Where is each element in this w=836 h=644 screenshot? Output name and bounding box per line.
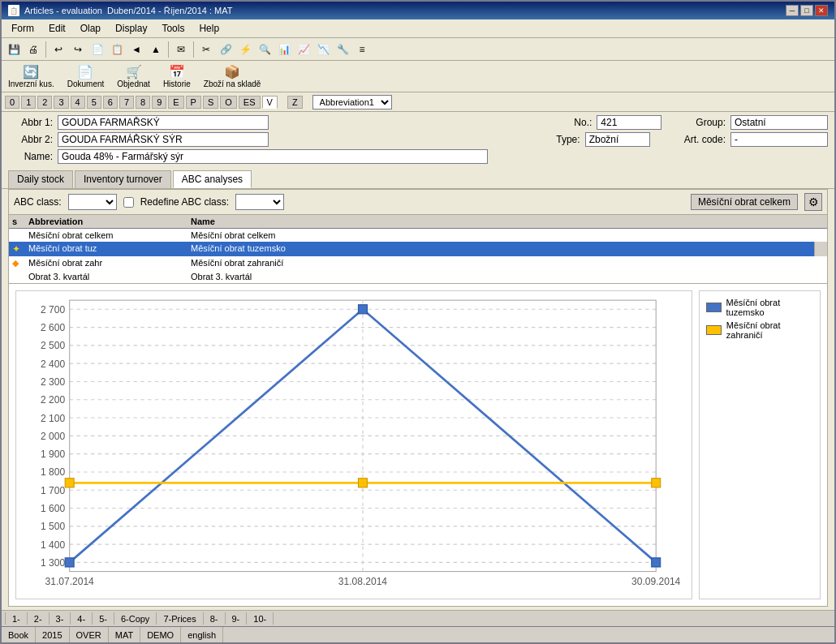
mesicni-button[interactable]: Měsíční obrat celkem [691, 194, 798, 210]
form-row-3: Name: [8, 149, 828, 164]
toolbar-redo[interactable]: ↪ [69, 41, 87, 58]
menu-tools[interactable]: Tools [155, 21, 191, 36]
num-tab-8[interactable]: 8 [136, 96, 150, 109]
toolbar2-objednat[interactable]: 🛒 Objednat [114, 62, 153, 90]
status-tab-6-copy[interactable]: 6-Copy [114, 612, 157, 625]
toolbar-nav1[interactable]: ◄ [127, 41, 145, 58]
abbr2-input[interactable] [58, 132, 269, 147]
legend-item-blue: Měsíční obrat tuzemsko [706, 298, 813, 317]
status-tab-4[interactable]: 4- [71, 612, 93, 625]
tab-abc-analyses[interactable]: ABC analyses [173, 170, 252, 188]
name-label: Name: [8, 151, 53, 162]
no-input[interactable] [597, 115, 661, 130]
artcode-input[interactable] [730, 132, 828, 147]
gear-button[interactable]: ⚙ [804, 193, 822, 211]
type-input[interactable] [585, 132, 650, 147]
group-input[interactable] [730, 115, 828, 130]
row-2-name: Měsíční obrat tuzemsko [191, 243, 811, 255]
row-1-s [12, 230, 28, 240]
toolbar-btn-7[interactable]: 📈 [295, 41, 312, 58]
num-tab-E[interactable]: E [168, 96, 183, 109]
num-tab-3[interactable]: 3 [54, 96, 68, 109]
toolbar-btn-4[interactable]: ✂ [197, 41, 215, 58]
maximize-button[interactable]: □ [800, 5, 813, 16]
redefine-dropdown[interactable] [235, 194, 284, 210]
num-tab-ES[interactable]: ES [239, 96, 261, 109]
toolbar-btn-5[interactable]: 🔗 [217, 41, 235, 58]
legend-orange-color [706, 325, 722, 335]
menu-display[interactable]: Display [109, 21, 153, 36]
toolbar-btn-3[interactable]: ✉ [172, 41, 190, 58]
menu-help[interactable]: Help [192, 21, 226, 36]
toolbar-filter[interactable]: ⚡ [236, 41, 254, 58]
num-tab-P[interactable]: P [186, 96, 201, 109]
menu-olap[interactable]: Olap [74, 21, 107, 36]
status-tab-10[interactable]: 10- [247, 612, 274, 625]
status-tab-3[interactable]: 3- [50, 612, 71, 625]
svg-text:1 600: 1 600 [41, 503, 65, 514]
svg-text:2 000: 2 000 [41, 431, 65, 442]
num-tab-Z[interactable]: Z [287, 96, 303, 109]
chart-svg: 2 700 2 600 2 500 2 400 2 300 2 200 2 10… [16, 291, 692, 599]
toolbar-btn-6[interactable]: 📊 [275, 41, 293, 58]
table-row-2[interactable]: ✦ Měsíční obrat tuz Měsíční obrat tuzems… [9, 242, 814, 256]
num-tab-V[interactable]: V [262, 96, 278, 109]
name-input[interactable] [58, 149, 488, 164]
toolbar-nav2[interactable]: ▲ [147, 41, 165, 58]
num-tab-S[interactable]: S [203, 96, 218, 109]
row-4-s [12, 272, 28, 281]
status-tab-7-prices[interactable]: 7-Prices [157, 612, 203, 625]
abbr1-input[interactable] [58, 115, 269, 130]
toolbar-copy[interactable]: 📋 [108, 41, 126, 58]
close-button[interactable]: ✕ [815, 5, 828, 16]
svg-text:1 700: 1 700 [41, 485, 65, 496]
objednat-icon: 🛒 [126, 64, 142, 79]
num-tab-O[interactable]: O [220, 96, 237, 109]
status-tab-9[interactable]: 9- [226, 612, 248, 625]
tab-daily-stock[interactable]: Daily stock [8, 170, 73, 188]
status-tab-2[interactable]: 2- [28, 612, 50, 625]
status-tab-8[interactable]: 8- [204, 612, 226, 625]
toolbar-btn-2[interactable]: 🖨 [24, 41, 42, 58]
menu-edit[interactable]: Edit [42, 21, 72, 36]
abbr-dropdown[interactable]: Abbreviation1 [312, 95, 392, 109]
main-window: 📋 Articles - evaluation Duben/2014 - Říj… [0, 0, 836, 644]
window-subtitle: Duben/2014 - Říjen/2014 : MAT [107, 6, 233, 15]
toolbar-btn-9[interactable]: 🔧 [334, 41, 351, 58]
toolbar-new[interactable]: 📄 [88, 41, 106, 58]
toolbar-search[interactable]: 🔍 [256, 41, 274, 58]
title-bar-left: 📋 Articles - evaluation Duben/2014 - Říj… [8, 5, 233, 16]
num-tab-2[interactable]: 2 [37, 96, 52, 109]
abc-class-dropdown[interactable] [68, 194, 117, 210]
content-tabs: Daily stock Inventory turnover ABC analy… [2, 167, 834, 189]
tab-inventory-turnover[interactable]: Inventory turnover [75, 170, 171, 188]
redefine-checkbox[interactable] [123, 197, 134, 208]
num-tab-7[interactable]: 7 [119, 96, 134, 109]
num-tab-9[interactable]: 9 [152, 96, 166, 109]
toolbar2-zbozi[interactable]: 📦 Zboží na skladě [200, 62, 265, 90]
num-tab-1[interactable]: 1 [21, 96, 36, 109]
toolbar2-historie[interactable]: 📅 Historie [160, 62, 194, 90]
form-area: Abbr 1: No.: Group: Abbr 2: Type: Art. c… [2, 112, 834, 167]
legend-blue-label: Měsíční obrat tuzemsko [726, 298, 813, 317]
bottom-status: Book 2015 OVER MAT DEMO english [2, 626, 834, 642]
table-row-1[interactable]: Měsíční obrat celkem Měsíční obrat celke… [9, 229, 814, 242]
status-tab-1[interactable]: 1- [5, 612, 28, 625]
toolbar-undo[interactable]: ↩ [50, 41, 67, 58]
svg-text:31.07.2014: 31.07.2014 [45, 576, 94, 587]
num-tab-4[interactable]: 4 [71, 96, 85, 109]
table-row-3[interactable]: ◆ Měsíční obrat zahr Měsíční obrat zahra… [9, 256, 814, 270]
toolbar-btn-10[interactable]: ≡ [353, 41, 371, 58]
toolbar-btn-8[interactable]: 📉 [314, 41, 332, 58]
row-3-name: Měsíční obrat zahraničí [191, 258, 811, 268]
minimize-button[interactable]: ─ [786, 5, 799, 16]
status-tab-5[interactable]: 5- [93, 612, 114, 625]
toolbar-btn-1[interactable]: 💾 [5, 41, 23, 58]
toolbar2-inverzni[interactable]: 🔄 Inverzní kus. [5, 62, 58, 90]
num-tab-6[interactable]: 6 [103, 96, 118, 109]
table-row-4[interactable]: Obrat 3. kvartál Obrat 3. kvartál [9, 270, 814, 283]
menu-form[interactable]: Form [5, 21, 41, 36]
num-tab-0[interactable]: 0 [5, 96, 19, 109]
num-tab-5[interactable]: 5 [87, 96, 101, 109]
toolbar2-dokument[interactable]: 📄 Dokument [64, 62, 108, 90]
